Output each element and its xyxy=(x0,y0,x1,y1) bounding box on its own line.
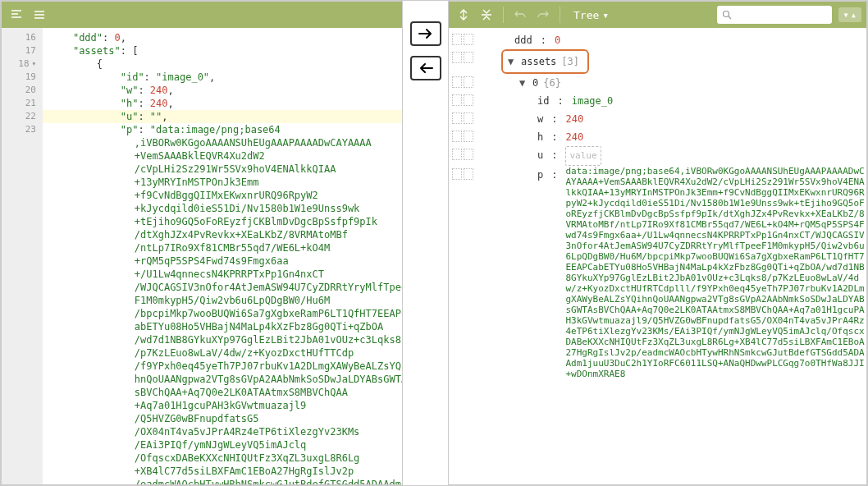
code-line[interactable]: +tEjiho9GQ5oFoREyzfjCKBlmDvDgcBpSsfpf9pI… xyxy=(43,215,402,228)
tree-content: u:value xyxy=(480,146,601,166)
tree-view[interactable]: ddd:0▼assets [3]▼0 {6}id:image_0w:240h:2… xyxy=(449,28,866,484)
code-line[interactable]: "w": 240, xyxy=(43,84,402,97)
tree-content: w:240 xyxy=(480,110,583,128)
drag-handles[interactable] xyxy=(452,31,473,45)
filter-toggle[interactable]: ▾ ▴ xyxy=(838,7,861,22)
search-box[interactable] xyxy=(717,6,832,24)
tree-content: ▼0 {6} xyxy=(480,74,561,92)
tree-row[interactable]: id:image_0 xyxy=(449,92,866,110)
code-line[interactable]: /OfqscxDABeKXXcNHIQUtFz3XqZL3uxgL8R6Lg xyxy=(43,452,402,465)
expand-all-icon[interactable] xyxy=(454,5,473,25)
tree-row[interactable]: h:240 xyxy=(449,128,866,146)
line-number: 19 xyxy=(2,71,36,84)
tree-content: id:image_0 xyxy=(480,92,613,110)
code-line[interactable]: "assets": [ xyxy=(43,44,402,57)
transfer-controls xyxy=(403,1,448,485)
tree-row[interactable]: ▼assets [3] xyxy=(449,49,866,74)
drag-handles[interactable] xyxy=(452,146,473,160)
line-number: 16 xyxy=(2,31,36,44)
tree-key: assets xyxy=(521,53,556,71)
code-line[interactable]: +Aq7a01H1gcuPAH3kGVwtmuazajl9 xyxy=(43,399,402,412)
code-line[interactable]: /f9YPxh0eq45yeTh7PJ07rbuKv1A2DLmgXAWyBeA… xyxy=(43,360,402,373)
copy-right-button[interactable] xyxy=(410,21,441,46)
collapse-all-icon[interactable] xyxy=(477,5,496,25)
code-line[interactable]: +kJycdqild0ieS51Di/Nv1580b1W1e9Unss9wk xyxy=(43,202,402,215)
tree-value[interactable]: 240 xyxy=(565,110,583,128)
drag-handles[interactable] xyxy=(452,74,473,88)
tree-value[interactable]: 0 xyxy=(555,31,560,49)
drag-handles[interactable] xyxy=(452,166,473,180)
code-line[interactable]: +rQM5qP5SPS4Fwd74s9Fmgx6aa xyxy=(43,254,402,268)
code-editor-panel: 1617181920212223 "ddd": 0, "assets": [ {… xyxy=(1,1,403,485)
tree-key: 0 xyxy=(532,74,538,92)
code-line[interactable]: "h": 240, xyxy=(43,97,402,110)
expand-caret[interactable]: ▼ xyxy=(508,53,516,71)
tree-row[interactable]: w:240 xyxy=(449,110,866,128)
code-line[interactable]: /cVpLHi2Sz291Wr5SVx9hoV4ENAlkkQIAA xyxy=(43,163,402,176)
tree-row[interactable]: p:data:image/png;base64,iVBORw0KGgoAAAAN… xyxy=(449,166,866,379)
tree-viewer-panel: Tree ▾ ▾ ▴ ddd:0▼assets [3]▼0 {6}id:imag… xyxy=(448,1,867,485)
copy-left-button[interactable] xyxy=(410,56,441,80)
undo-icon[interactable] xyxy=(510,5,530,25)
tree-content: ▼assets [3] xyxy=(480,49,589,74)
expand-caret[interactable]: ▼ xyxy=(519,74,528,92)
tree-content: p:data:image/png;base64,iVBORw0KGgoAAAAN… xyxy=(480,166,866,379)
code-line[interactable]: "ddd": 0, xyxy=(43,31,402,44)
code-line[interactable]: /bpcpiMkp7wooBUQWi6Sa7gXgbxeRamP6LT1QfHT… xyxy=(43,307,402,320)
code-line[interactable]: +XB4lC77d5siLBXFAmC1EBoA27HgRgIslJv2p xyxy=(43,465,402,478)
view-mode-label: Tree xyxy=(573,9,599,21)
drag-handles[interactable] xyxy=(452,128,473,142)
code-line[interactable]: /WJQCAGSIV3nOfor4AtJemASW94U7CyZDRRtYryM… xyxy=(43,281,402,294)
drag-handles[interactable] xyxy=(452,110,473,124)
code-line[interactable]: /OX04nT4va5vJPrA4Rz4eTP6tiXlezgYv23KMs xyxy=(43,425,402,438)
caret-down-icon: ▾ xyxy=(602,9,609,21)
code-line[interactable]: +VemSAAABklEQVR4Xu2dW2 xyxy=(43,149,402,163)
code-line[interactable]: ,iVBORw0KGgoAAAANSUhEUgAAAPAAAADwCAYAAAA xyxy=(43,136,402,149)
code-line[interactable]: +f9CvNdBggQIIMxEKwxnrURQ96RpyW2 xyxy=(43,189,402,202)
tree-value[interactable]: image_0 xyxy=(572,92,614,110)
right-toolbar: Tree ▾ ▾ ▴ xyxy=(449,2,866,28)
code-line[interactable]: +13yMRYInMSTPOnJk3Emm xyxy=(43,176,402,189)
code-line[interactable]: /wd7d1NB8GYkuXYp97GglEzLBit2JbA01vOUz+c3… xyxy=(43,333,402,346)
code-content[interactable]: "ddd": 0, "assets": [ { "id": "image_0",… xyxy=(43,28,402,484)
tree-value[interactable]: 240 xyxy=(565,128,583,146)
code-line[interactable]: abETYu08Ho5VHBajN4MaLp4kXzFbz8Gg0QTi+qZb… xyxy=(43,320,402,333)
redo-icon[interactable] xyxy=(533,5,553,25)
format-icon[interactable] xyxy=(7,5,26,25)
drag-handles[interactable] xyxy=(452,49,473,63)
code-line[interactable]: { xyxy=(43,57,402,71)
tree-row[interactable]: u:value xyxy=(449,146,866,166)
code-line[interactable]: F1M0mkypH5/Qiw2vb6u6LpQDgBW0/Hu6M xyxy=(43,294,402,307)
left-toolbar xyxy=(2,2,402,28)
tree-key: p xyxy=(537,166,543,184)
code-line[interactable]: /EAi3PIQf/ymNJgWLeyVQ5imAJclq xyxy=(43,438,402,452)
line-number: 17 xyxy=(2,44,36,57)
tree-row[interactable]: ▼0 {6} xyxy=(449,74,866,92)
code-line[interactable]: "id": "image_0", xyxy=(43,71,402,84)
code-line[interactable]: +/U1Lw4qnnecsN4KPRRPTxPp1Gn4nxCT xyxy=(43,268,402,281)
view-mode-dropdown[interactable]: Tree ▾ xyxy=(567,6,615,25)
code-line[interactable]: hnQoUAANgpwa2VTg8sGVpA2AAbNmkSoSDwJaLDYA… xyxy=(43,373,402,386)
tree-key: h xyxy=(537,128,543,146)
selected-node[interactable]: ▼assets [3] xyxy=(501,49,589,74)
code-line[interactable]: sBVChQAA+Aq7Q0e2LK0ATAAtmxS8MBVChQAA xyxy=(43,386,402,399)
triangle-down-icon: ▾ xyxy=(843,9,849,21)
code-line[interactable]: /eadmcWAOcbHTywHRhNSmkcwGJutBdefGTSGdd5A… xyxy=(43,478,402,484)
code-line[interactable]: /p7KzLEuo8wLaV/4dw/z+KyozDxctHUfTTCdp xyxy=(43,346,402,360)
code-line[interactable]: /Q5HVZG0wBFnupdfatsG5 xyxy=(43,412,402,425)
code-editor[interactable]: 1617181920212223 "ddd": 0, "assets": [ {… xyxy=(2,28,402,484)
code-line[interactable]: "p": "data:image/png;base64 xyxy=(43,123,402,136)
drag-handles[interactable] xyxy=(452,92,473,106)
line-number: 23 xyxy=(2,123,36,136)
code-line[interactable]: /dtXghJZx4PvRevkx+XEaLKbZ/8VRMAtoMBf xyxy=(43,228,402,241)
compact-icon[interactable] xyxy=(30,5,49,25)
code-line[interactable]: /ntLp7IRo9Xf81CMBr55qd7/WE6L+kO4M xyxy=(43,241,402,254)
search-input[interactable] xyxy=(735,9,817,21)
tree-row[interactable]: ddd:0 xyxy=(449,31,866,49)
tree-value[interactable]: data:image/png;base64,iVBORw0KGgoAAAANSU… xyxy=(565,166,866,379)
svg-point-0 xyxy=(723,11,729,17)
tree-content: ddd:0 xyxy=(480,31,560,49)
code-line[interactable]: "u": "", xyxy=(43,110,402,123)
tree-value-placeholder[interactable]: value xyxy=(565,146,601,166)
line-number: 22 xyxy=(2,110,36,123)
